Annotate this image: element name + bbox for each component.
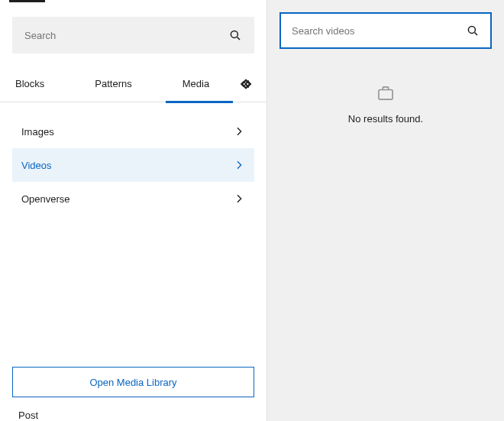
top-accent-strip: [9, 0, 45, 2]
post-label: Post: [0, 410, 267, 421]
search-input[interactable]: [24, 30, 228, 41]
search-box[interactable]: [12, 17, 254, 53]
tabs: Blocks Patterns Media: [0, 66, 267, 102]
empty-text: No results found.: [348, 113, 423, 125]
svg-line-1: [237, 37, 240, 40]
category-label: Openverse: [21, 193, 70, 205]
tab-patterns[interactable]: Patterns: [92, 66, 134, 102]
panel-footer: Open Media Library: [0, 355, 267, 410]
category-label: Images: [21, 126, 54, 138]
svg-point-2: [468, 26, 475, 33]
category-label: Videos: [21, 160, 52, 171]
results-panel: No results found.: [267, 0, 504, 421]
svg-rect-4: [379, 89, 393, 99]
tab-blocks[interactable]: Blocks: [12, 66, 47, 102]
tab-media[interactable]: Media: [179, 66, 212, 102]
video-search-input[interactable]: [292, 25, 466, 37]
svg-point-0: [231, 31, 237, 37]
category-videos[interactable]: Videos: [12, 148, 254, 182]
media-empty-icon: [377, 86, 394, 101]
empty-state: No results found.: [348, 86, 423, 125]
inserter-panel: Blocks Patterns Media Images Videos Open…: [0, 0, 267, 421]
search-icon: [466, 24, 480, 37]
open-media-library-button[interactable]: Open Media Library: [12, 367, 254, 397]
category-images[interactable]: Images: [12, 115, 254, 148]
chevron-right-icon: [233, 125, 245, 138]
chevron-right-icon: [233, 193, 245, 205]
chevron-right-icon: [233, 159, 245, 171]
search-container: [0, 0, 267, 66]
collapse-icon[interactable]: [237, 76, 254, 92]
media-categories: Images Videos Openverse: [0, 102, 267, 228]
category-openverse[interactable]: Openverse: [12, 182, 254, 215]
svg-line-3: [475, 33, 477, 35]
search-icon: [228, 28, 242, 42]
video-search-box[interactable]: [279, 12, 492, 49]
